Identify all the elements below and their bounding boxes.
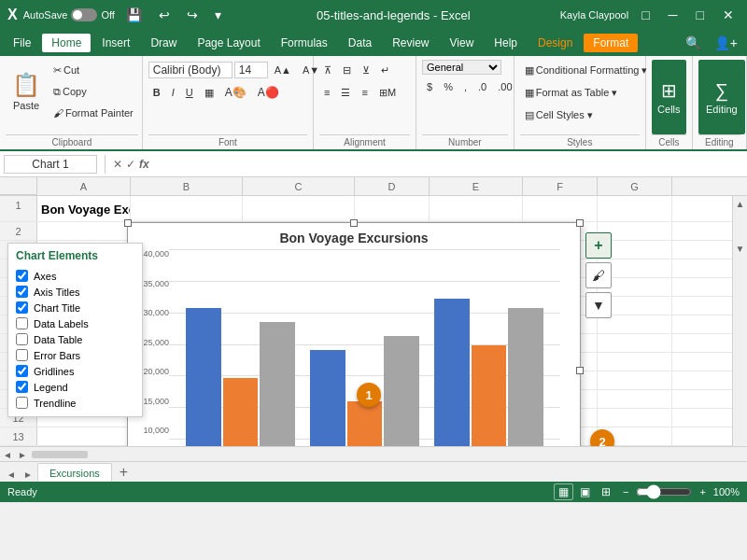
currency-button[interactable]: $ [422, 77, 437, 97]
font-size-increase-button[interactable]: A▲ [270, 60, 296, 80]
menu-format[interactable]: Format [584, 34, 638, 52]
cell-b1[interactable] [131, 196, 243, 222]
function-icon[interactable]: fx [139, 158, 149, 171]
bar-mariocruzmx[interactable] [384, 336, 419, 446]
cut-button[interactable]: ✂ Cut [49, 60, 138, 80]
menu-view[interactable]: View [441, 34, 484, 52]
autosave-toggle[interactable] [71, 8, 97, 21]
align-right-button[interactable]: ≡ [357, 82, 372, 103]
share-button[interactable]: 👤+ [709, 35, 743, 50]
menu-formulas[interactable]: Formulas [272, 34, 337, 52]
font-name-input[interactable] [148, 62, 233, 78]
bar-clairepinlv[interactable] [186, 308, 221, 446]
col-header-f[interactable]: F [523, 177, 598, 195]
percent-button[interactable]: % [439, 77, 458, 97]
comma-button[interactable]: , [459, 77, 472, 97]
gridlines-checkbox[interactable] [16, 365, 28, 377]
data-table-checkbox[interactable] [16, 333, 28, 345]
conditional-formatting-button[interactable]: ▦ Conditional Formatting ▾ [520, 60, 640, 80]
handle-mr[interactable] [576, 367, 584, 374]
scroll-up-button[interactable]: ▲ [733, 196, 748, 211]
data-table-item[interactable]: Data Table [16, 331, 134, 347]
align-center-button[interactable]: ☰ [336, 82, 355, 103]
menu-review[interactable]: Review [383, 34, 438, 52]
trendline-item[interactable]: Trendline [16, 395, 134, 411]
view-page-layout-button[interactable]: ▣ [575, 483, 595, 500]
error-bars-checkbox[interactable] [16, 349, 28, 361]
merge-button[interactable]: ⊞M [374, 82, 401, 103]
axis-titles-checkbox[interactable] [16, 286, 28, 298]
font-size-input[interactable] [234, 62, 268, 78]
confirm-icon[interactable]: ✓ [126, 158, 135, 171]
cancel-icon[interactable]: ✕ [113, 158, 122, 171]
col-header-g[interactable]: G [598, 177, 672, 195]
chart[interactable]: Bon Voyage Excursions 40,000 35,000 30,0… [127, 222, 581, 446]
cell-e1[interactable] [430, 196, 523, 222]
bold-button[interactable]: B [148, 82, 165, 103]
formula-input[interactable] [153, 156, 743, 173]
align-bottom-button[interactable]: ⊻ [358, 60, 374, 80]
axes-item[interactable]: Axes [16, 268, 134, 284]
zoom-in-icon[interactable]: + [699, 486, 705, 497]
menu-insert[interactable]: Insert [92, 34, 139, 52]
handle-tc[interactable] [350, 219, 358, 227]
bar-clairepinmx[interactable] [310, 350, 345, 446]
menu-draw[interactable]: Draw [141, 34, 186, 52]
wrap-text-button[interactable]: ↵ [376, 60, 394, 80]
align-middle-button[interactable]: ⊟ [338, 60, 356, 80]
minimize-button[interactable]: ─ [663, 7, 684, 22]
chart-elements-button[interactable]: + [585, 232, 612, 259]
bar-mariocuzparis[interactable] [508, 308, 543, 446]
horizontal-scrollbar[interactable] [30, 447, 747, 461]
menu-help[interactable]: Help [485, 34, 527, 52]
error-bars-item[interactable]: Error Bars [16, 347, 134, 363]
increase-decimal-button[interactable]: .00 [493, 77, 516, 97]
cells-button[interactable]: ⊞ Cells [652, 60, 686, 134]
customize-qat-button[interactable]: ▾ [209, 7, 227, 22]
copy-button[interactable]: ⧉ Copy [49, 81, 138, 102]
handle-tr[interactable] [576, 219, 584, 227]
zoom-level[interactable]: 100% [713, 486, 740, 497]
fill-color-button[interactable]: A🎨 [220, 82, 251, 103]
chart-filters-button[interactable]: ▼ [585, 292, 612, 318]
axis-titles-item[interactable]: Axis Titles [16, 284, 134, 300]
data-labels-checkbox[interactable] [16, 317, 28, 329]
close-button[interactable]: ✕ [717, 7, 740, 22]
trendline-checkbox[interactable] [16, 397, 28, 409]
col-header-e[interactable]: E [430, 177, 523, 195]
legend-item[interactable]: Legend [16, 379, 134, 395]
cell-f1[interactable] [523, 196, 598, 222]
chart-title-checkbox[interactable] [16, 301, 28, 314]
format-as-table-button[interactable]: ▦ Format as Table ▾ [520, 82, 640, 103]
undo-button[interactable]: ↩ [153, 7, 176, 22]
border-button[interactable]: ▦ [200, 82, 218, 103]
scroll-left-button[interactable]: ◄ [0, 447, 15, 461]
cell-d1[interactable] [355, 196, 430, 222]
cell-g1[interactable] [598, 196, 672, 222]
paste-button[interactable]: 📋 Paste [6, 68, 47, 115]
new-sheet-button[interactable]: + [114, 465, 134, 480]
handle-tl[interactable] [124, 219, 132, 227]
font-color-button[interactable]: A🔴 [253, 82, 284, 103]
menu-data[interactable]: Data [339, 34, 381, 52]
menu-home[interactable]: Home [42, 34, 91, 52]
zoom-slider[interactable] [636, 484, 692, 499]
italic-button[interactable]: I [167, 82, 179, 103]
view-normal-button[interactable]: ▦ [554, 483, 573, 500]
name-box[interactable] [4, 155, 97, 174]
cell-styles-button[interactable]: ▤ Cell Styles ▾ [520, 105, 640, 125]
col-header-b[interactable]: B [131, 177, 243, 195]
bar-kerryokilv[interactable] [223, 378, 259, 446]
redo-button[interactable]: ↪ [181, 7, 204, 22]
col-header-c[interactable]: C [243, 177, 355, 195]
bar-kerryokimx[interactable] [347, 401, 383, 446]
menu-page-layout[interactable]: Page Layout [188, 34, 269, 52]
gridlines-item[interactable]: Gridlines [16, 363, 134, 379]
align-top-button[interactable]: ⊼ [319, 60, 336, 80]
editing-button[interactable]: ∑ Editing [698, 60, 745, 134]
tab-scroll-right-button[interactable]: ► [21, 467, 35, 482]
view-page-break-button[interactable]: ⊞ [597, 483, 615, 500]
decrease-decimal-button[interactable]: .0 [473, 77, 491, 97]
menu-design[interactable]: Design [529, 34, 582, 52]
ribbon-display-button[interactable]: □ [636, 7, 655, 22]
